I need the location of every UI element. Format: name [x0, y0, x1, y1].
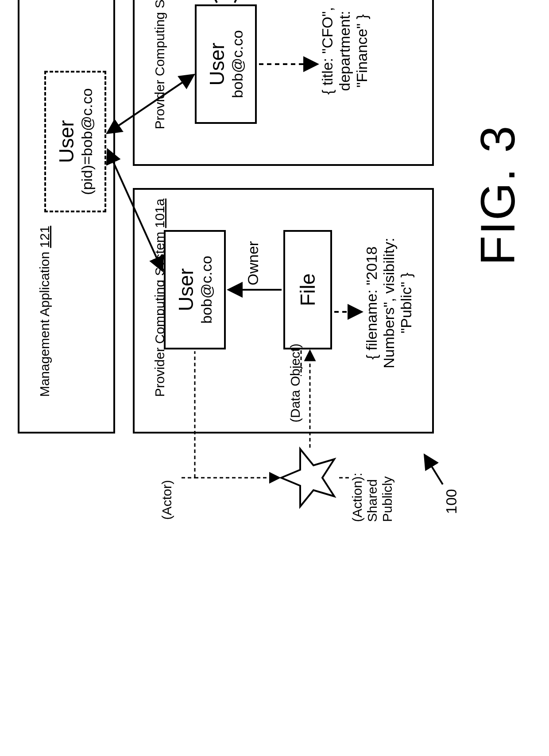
diagram-canvas: Management Application 121 User (pid)=bo… [0, 0, 549, 549]
provider-a-file-box: File [283, 230, 332, 349]
management-user-sub: (pid)=bob@c.co [78, 88, 96, 195]
provider-b-user-box: User bob@c.co [195, 4, 257, 124]
provider-a-user-sub: bob@c.co [198, 256, 215, 324]
provider-b-box: Provider Computing System 101b [133, 0, 434, 166]
management-application-title: Management Application 121 [22, 226, 67, 426]
user-attrs: { title: "CFO", department: "Finance" } [319, 0, 371, 124]
action-label: (Action): Shared Publicly [350, 472, 395, 522]
provider-b-title: Provider Computing System 101b [137, 0, 182, 159]
figure-label: FIG. 3 [469, 125, 526, 265]
provider-a-user-box: User bob@c.co [164, 230, 226, 349]
provider-b-user-title: User [205, 42, 229, 85]
file-attrs: { filename: "2018 Numbers", visibility: … [363, 199, 415, 407]
data-object-label: (Data Object) [288, 344, 303, 422]
actor-label: (Actor) [159, 480, 174, 520]
provider-b-user-sub: bob@c.co [229, 30, 246, 98]
ref-numeral-100: 100 [443, 489, 460, 514]
management-user-box: User (pid)=bob@c.co [44, 71, 106, 212]
provider-a-user-title: User [174, 268, 198, 311]
management-application-box: Management Application 121 [18, 0, 115, 434]
svg-line-13 [425, 456, 443, 484]
provider-a-file-title: File [296, 273, 320, 306]
management-user-title: User [55, 120, 78, 163]
owner-label: Owner [244, 241, 262, 285]
